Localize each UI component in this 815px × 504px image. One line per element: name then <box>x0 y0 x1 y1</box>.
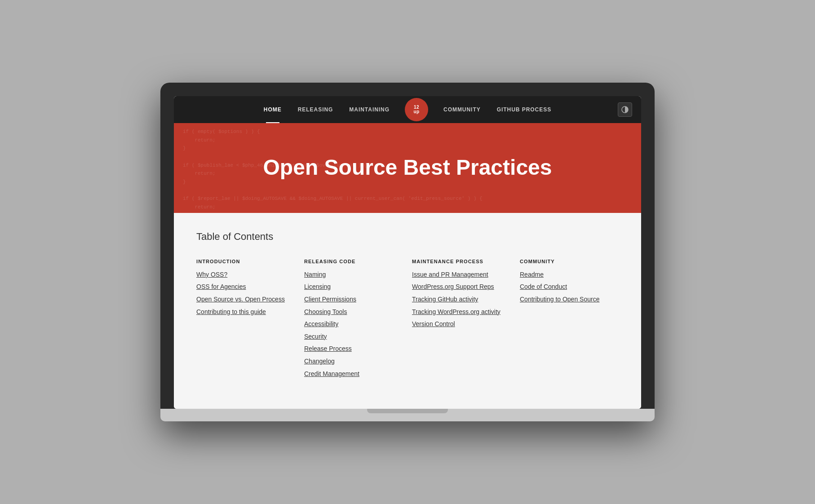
nav-community[interactable]: COMMUNITY <box>435 96 489 123</box>
nav-links: HOME RELEASING MAINTAINING 12 up COMMUNI… <box>256 96 559 123</box>
content-area: Table of Contents INTRODUCTION Why OSS? … <box>174 213 641 409</box>
toc-link-accessibility[interactable]: Accessibility <box>304 320 403 329</box>
toc-section-maintenance-process: MAINTENANCE PROCESS Issue and PR Managem… <box>412 259 511 382</box>
laptop-base <box>160 409 655 421</box>
laptop-screen: HOME RELEASING MAINTAINING 12 up COMMUNI… <box>174 96 641 409</box>
hero-section: if ( empty( $options ) ) { return; } if … <box>174 123 641 213</box>
toc-section-title-maintenance: MAINTENANCE PROCESS <box>412 259 511 264</box>
nav-maintaining[interactable]: MAINTAINING <box>341 96 398 123</box>
toc-link-oss-for-agencies[interactable]: OSS for Agencies <box>196 283 295 292</box>
nav-home[interactable]: HOME <box>256 96 290 123</box>
toc-link-changelog[interactable]: Changelog <box>304 357 403 366</box>
circle-half-icon <box>621 106 629 113</box>
toc-link-contributing-to-guide[interactable]: Contributing to this guide <box>196 308 295 317</box>
nav-releasing[interactable]: RELEASING <box>290 96 341 123</box>
toc-section-releasing-code: RELEASING CODE Naming Licensing Client P… <box>304 259 403 382</box>
toc-link-issue-pr-management[interactable]: Issue and PR Management <box>412 270 511 279</box>
toc-grid: INTRODUCTION Why OSS? OSS for Agencies O… <box>196 259 619 382</box>
toc-link-wordpress-support-reps[interactable]: WordPress.org Support Reps <box>412 283 511 292</box>
logo[interactable]: 12 up <box>405 98 428 121</box>
toc-link-contributing-open-source[interactable]: Contributing to Open Source <box>520 295 619 304</box>
toc-link-open-source-vs-open-process[interactable]: Open Source vs. Open Process <box>196 295 295 304</box>
toc-link-code-of-conduct[interactable]: Code of Conduct <box>520 283 619 292</box>
hero-title: Open Source Best Practices <box>263 156 552 180</box>
logo-text: 12 up <box>413 105 419 114</box>
toc-link-naming[interactable]: Naming <box>304 270 403 279</box>
theme-toggle-button[interactable] <box>618 102 632 117</box>
toc-link-licensing[interactable]: Licensing <box>304 283 403 292</box>
toc-link-credit-management[interactable]: Credit Management <box>304 370 403 379</box>
toc-heading: Table of Contents <box>196 231 619 243</box>
nav-github-process[interactable]: GITHUB PROCESS <box>489 96 559 123</box>
toc-section-title-community: COMMUNITY <box>520 259 619 264</box>
toc-link-security[interactable]: Security <box>304 332 403 341</box>
toc-section-title-releasing-code: RELEASING CODE <box>304 259 403 264</box>
toc-section-introduction: INTRODUCTION Why OSS? OSS for Agencies O… <box>196 259 295 382</box>
navbar: HOME RELEASING MAINTAINING 12 up COMMUNI… <box>174 96 641 123</box>
laptop-frame: HOME RELEASING MAINTAINING 12 up COMMUNI… <box>160 83 655 421</box>
toc-section-community: COMMUNITY Readme Code of Conduct Contrib… <box>520 259 619 382</box>
toc-link-release-process[interactable]: Release Process <box>304 345 403 354</box>
toc-link-choosing-tools[interactable]: Choosing Tools <box>304 308 403 317</box>
toc-link-readme[interactable]: Readme <box>520 270 619 279</box>
toc-link-client-permissions[interactable]: Client Permissions <box>304 295 403 304</box>
toc-link-tracking-github[interactable]: Tracking GitHub activity <box>412 295 511 304</box>
toc-link-version-control[interactable]: Version Control <box>412 320 511 329</box>
toc-link-tracking-wordpress[interactable]: Tracking WordPress.org activity <box>412 308 511 317</box>
toc-link-why-oss[interactable]: Why OSS? <box>196 270 295 279</box>
toc-section-title-introduction: INTRODUCTION <box>196 259 295 264</box>
